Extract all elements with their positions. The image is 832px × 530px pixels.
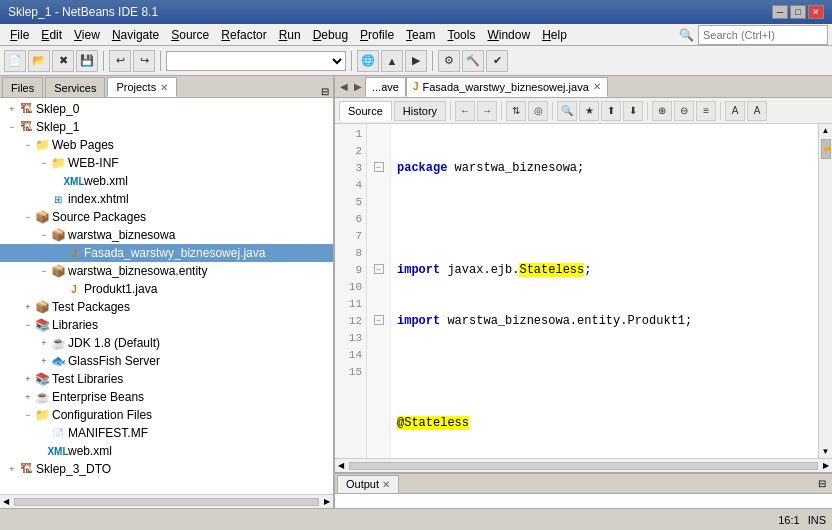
expand-jdk18[interactable]: +: [38, 337, 50, 349]
editor-btn-prev-mark[interactable]: ⬆: [601, 101, 621, 121]
project-tree[interactable]: + 🏗 Sklep_0 − 🏗 Sklep_1 − 📁 Web Pages: [0, 98, 333, 494]
fold-12[interactable]: −: [367, 311, 390, 328]
tab-projects-close[interactable]: ✕: [160, 82, 168, 93]
run-project-button[interactable]: ▶: [405, 50, 427, 72]
editor-horizontal-scrollbar[interactable]: ◀ ▶: [335, 458, 832, 472]
editor-btn-back[interactable]: ←: [455, 101, 475, 121]
tree-item-webpages[interactable]: − 📁 Web Pages: [0, 136, 333, 154]
tree-item-warstwa-entity[interactable]: − 📦 warstwa_biznesowa.entity: [0, 262, 333, 280]
fold-3[interactable]: −: [367, 158, 390, 175]
tree-item-manifest[interactable]: · 📄 MANIFEST.MF: [0, 424, 333, 442]
menu-source[interactable]: Source: [165, 26, 215, 44]
menu-run[interactable]: Run: [273, 26, 307, 44]
tab-files[interactable]: Files: [2, 77, 43, 97]
editor-btn-diff3[interactable]: ≡: [696, 101, 716, 121]
tree-item-jdk18[interactable]: + ☕ JDK 1.8 (Default): [0, 334, 333, 352]
editor-tab-save[interactable]: ...ave: [365, 77, 406, 97]
editor-btn-find[interactable]: 🔍: [557, 101, 577, 121]
expand-webinf[interactable]: −: [38, 157, 50, 169]
deploy-button[interactable]: ▲: [381, 50, 403, 72]
tree-item-warstwa-biznesowa[interactable]: − 📦 warstwa_biznesowa: [0, 226, 333, 244]
tree-item-glassfish[interactable]: + 🐟 GlassFish Server: [0, 352, 333, 370]
tree-item-entbeans[interactable]: + ☕ Enterprise Beans: [0, 388, 333, 406]
tree-item-indexxhtml[interactable]: · ⊞ index.xhtml: [0, 190, 333, 208]
expand-sklep3dto[interactable]: +: [6, 463, 18, 475]
expand-entbeans[interactable]: +: [22, 391, 34, 403]
tab-nav-left[interactable]: ◀: [337, 81, 351, 92]
new-file-button[interactable]: 📄: [4, 50, 26, 72]
tab-services[interactable]: Services: [45, 77, 105, 97]
expand-warstwa-biznesowa[interactable]: −: [38, 229, 50, 241]
h-scroll-right[interactable]: ▶: [820, 461, 832, 470]
expand-testlibraries[interactable]: +: [22, 373, 34, 385]
editor-btn-bookmarks[interactable]: ★: [579, 101, 599, 121]
source-tab[interactable]: Source: [339, 101, 392, 121]
menu-navigate[interactable]: Navigate: [106, 26, 165, 44]
run-config-combo[interactable]: [166, 51, 346, 71]
undo-button[interactable]: ↩: [109, 50, 131, 72]
tree-item-sklep3dto[interactable]: + 🏗 Sklep_3_DTO: [0, 460, 333, 478]
scroll-up-arrow[interactable]: ▲: [820, 124, 832, 137]
editor-btn-toggle[interactable]: ⇅: [506, 101, 526, 121]
menu-debug[interactable]: Debug: [307, 26, 354, 44]
tree-item-webxml[interactable]: · XML web.xml: [0, 172, 333, 190]
menu-edit[interactable]: Edit: [35, 26, 68, 44]
tree-item-webinf[interactable]: − 📁 WEB-INF: [0, 154, 333, 172]
tree-item-testpackages[interactable]: + 📦 Test Packages: [0, 298, 333, 316]
expand-webpages[interactable]: −: [22, 139, 34, 151]
minimize-button[interactable]: ─: [772, 5, 788, 19]
editor-vertical-scrollbar[interactable]: ▲ ▼: [818, 124, 832, 458]
left-scroll-thumb[interactable]: [14, 498, 319, 506]
left-scroll-right[interactable]: ▶: [321, 497, 333, 506]
editor-btn-a1[interactable]: A: [725, 101, 745, 121]
editor-tab-fasada-close[interactable]: ✕: [593, 81, 601, 92]
save-button[interactable]: 💾: [76, 50, 98, 72]
expand-glassfish[interactable]: +: [38, 355, 50, 367]
menu-help[interactable]: Help: [536, 26, 573, 44]
close-project-button[interactable]: ✖: [52, 50, 74, 72]
history-tab[interactable]: History: [394, 101, 446, 121]
editor-btn-a2[interactable]: A: [747, 101, 767, 121]
editor-btn-next-mark[interactable]: ⬇: [623, 101, 643, 121]
output-tab[interactable]: Output ✕: [337, 475, 399, 493]
tab-projects[interactable]: Projects ✕: [107, 77, 177, 97]
tree-item-sourcepackages[interactable]: − 📦 Source Packages: [0, 208, 333, 226]
menu-tools[interactable]: Tools: [441, 26, 481, 44]
expand-libraries[interactable]: −: [22, 319, 34, 331]
tree-item-sklep0[interactable]: + 🏗 Sklep_0: [0, 100, 333, 118]
tree-item-produkt1[interactable]: · J Produkt1.java: [0, 280, 333, 298]
tree-item-testlibraries[interactable]: + 📚 Test Libraries: [0, 370, 333, 388]
menu-file[interactable]: File: [4, 26, 35, 44]
scroll-down-arrow[interactable]: ▼: [820, 445, 832, 458]
search-input[interactable]: [698, 25, 828, 45]
menu-profile[interactable]: Profile: [354, 26, 400, 44]
test-button[interactable]: ✔: [486, 50, 508, 72]
expand-sourcepackages[interactable]: −: [22, 211, 34, 223]
fold-9[interactable]: −: [367, 260, 390, 277]
firefox-button[interactable]: 🌐: [357, 50, 379, 72]
output-maximize-button[interactable]: ⊟: [814, 478, 830, 489]
menu-window[interactable]: Window: [481, 26, 536, 44]
editor-btn-forward[interactable]: →: [477, 101, 497, 121]
build-button[interactable]: ⚙: [438, 50, 460, 72]
menu-team[interactable]: Team: [400, 26, 441, 44]
menu-refactor[interactable]: Refactor: [215, 26, 272, 44]
tab-nav-right[interactable]: ▶: [351, 81, 365, 92]
left-panel-scrollbar[interactable]: ◀ ▶: [0, 494, 333, 508]
panel-maximize-icon[interactable]: ⊟: [319, 86, 331, 97]
h-scroll-left[interactable]: ◀: [335, 461, 347, 470]
tree-item-sklep1[interactable]: − 🏗 Sklep_1: [0, 118, 333, 136]
maximize-button[interactable]: □: [790, 5, 806, 19]
editor-btn-diff[interactable]: ⊕: [652, 101, 672, 121]
expand-sklep1[interactable]: −: [6, 121, 18, 133]
expand-configfiles[interactable]: −: [22, 409, 34, 421]
tree-item-configfiles[interactable]: − 📁 Configuration Files: [0, 406, 333, 424]
tree-item-fasada-java[interactable]: · J Fasada_warstwy_biznesowej.java: [0, 244, 333, 262]
redo-button[interactable]: ↪: [133, 50, 155, 72]
left-scroll-left[interactable]: ◀: [0, 497, 12, 506]
tree-item-libraries[interactable]: − 📚 Libraries: [0, 316, 333, 334]
expand-warstwa-entity[interactable]: −: [38, 265, 50, 277]
editor-tab-fasada[interactable]: J Fasada_warstwy_biznesowej.java ✕: [406, 77, 608, 97]
open-project-button[interactable]: 📂: [28, 50, 50, 72]
h-scroll-thumb[interactable]: [349, 462, 818, 470]
